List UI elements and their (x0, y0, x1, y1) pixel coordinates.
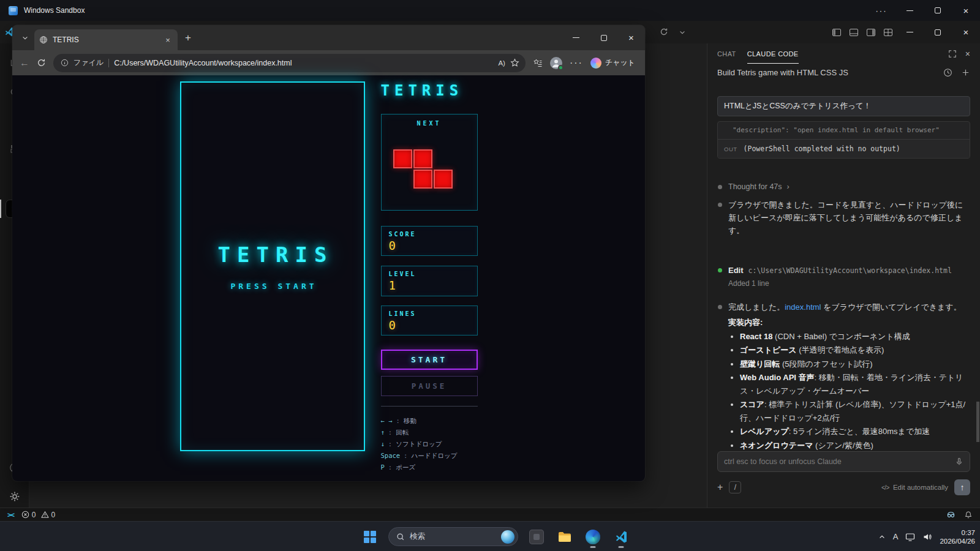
toggle-sidebar-left-icon[interactable] (832, 28, 842, 37)
history-icon[interactable] (943, 68, 952, 77)
refresh-button[interactable] (37, 58, 46, 67)
read-aloud-icon[interactable]: A) (498, 59, 505, 67)
next-piece-preview (393, 149, 453, 189)
tool-result-block: "description": "open index.html in defau… (717, 121, 970, 159)
taskbar-search[interactable]: 検索 (388, 527, 518, 546)
vscode-maximize-button[interactable] (924, 21, 952, 43)
customize-layout-icon[interactable] (883, 28, 893, 37)
slash-command-icon[interactable]: / (729, 481, 741, 493)
session-row: Build Tetris game with HTML CSS JS (707, 64, 980, 80)
tab-chat[interactable]: CHAT (717, 43, 736, 64)
impl-list: React 18 (CDN + Babel) でコンポーネント構成 ゴーストピー… (728, 330, 970, 452)
new-tab-icon[interactable]: + (185, 32, 191, 44)
attach-plus-icon[interactable]: + (717, 482, 723, 493)
game-side-panel: TETRIS NEXT SCORE 0 LEVEL 1 (381, 81, 478, 473)
folder-icon (557, 530, 572, 544)
edit-mode-label: Edit automatically (893, 484, 948, 491)
browser-more-options-icon[interactable]: ··· (570, 58, 583, 69)
assistant-message-text: ブラウザで開きました。コードを見直すと、ハードドロップ後に新しいピースが即座に落… (728, 200, 963, 235)
vscode-window-controls: × (895, 21, 980, 43)
copilot-chat-button[interactable]: チャット (590, 58, 635, 69)
lines-box: LINES 0 (381, 305, 478, 335)
sync-refresh-icon[interactable] (660, 28, 668, 36)
browser-tab[interactable]: TETRIS × (34, 29, 178, 50)
windows-logo-icon (364, 531, 376, 543)
send-button[interactable]: ↑ (954, 479, 970, 495)
sandbox-minimize-button[interactable] (895, 0, 924, 21)
session-title: Build Tetris game with HTML CSS JS (717, 68, 848, 77)
ime-indicator[interactable]: A (893, 532, 899, 541)
edge-close-button[interactable]: × (617, 25, 645, 50)
settings-gear-icon[interactable] (9, 491, 20, 502)
close-panel-icon[interactable]: × (965, 49, 970, 59)
claude-code-panel: CHAT CLAUDE CODE × Build Tetris game wit… (707, 43, 980, 508)
board-title: TETRIS (211, 242, 334, 267)
problems-indicator[interactable]: 0 0 (21, 511, 55, 519)
claude-actions-row: + / </> Edit automatically ↑ (717, 479, 970, 495)
taskbar-app-button[interactable] (524, 525, 549, 549)
claude-input[interactable] (724, 457, 950, 466)
edge-maximize-button[interactable] (590, 25, 617, 50)
panel-tabs: CHAT CLAUDE CODE × (707, 43, 980, 64)
info-icon[interactable] (61, 59, 69, 67)
vscode-minimize-button[interactable] (895, 21, 924, 43)
vscode-taskbar-button[interactable] (609, 525, 633, 549)
minimize-icon (907, 32, 913, 32)
index-html-link[interactable]: index.html (785, 302, 821, 312)
control-row: ↑:回転 (381, 427, 478, 438)
assistant-message: 完成しました。index.html をブラウザで開いてプレイできます。 実装内容… (717, 301, 970, 452)
panel-header-icons: × (948, 43, 970, 64)
tray-clock[interactable]: 0:37 2026/04/26 (940, 528, 975, 545)
tab-close-icon[interactable]: × (163, 36, 173, 45)
search-icon (396, 533, 405, 541)
network-icon[interactable] (905, 532, 915, 542)
start-button[interactable] (358, 525, 382, 549)
edge-taskbar-button[interactable] (581, 525, 605, 549)
sandbox-close-button[interactable]: × (952, 0, 980, 21)
session-icons (943, 68, 970, 77)
thought-row[interactable]: Thought for 47s› (717, 181, 970, 193)
controls-legend: ← →:移動 ↑:回転 ↓:ソフトドロップ Space:ハードドロップ P:ポー… (381, 415, 478, 473)
chevron-down-icon[interactable] (679, 29, 686, 36)
edit-diff-summary: Added 1 line (728, 279, 970, 288)
maximize-icon (935, 29, 941, 36)
address-divider (108, 59, 109, 67)
claude-input-container (717, 451, 970, 472)
back-button[interactable]: ← (20, 58, 29, 69)
tray-chevron-up-icon[interactable] (878, 533, 886, 541)
search-highlight-icon[interactable] (501, 530, 514, 544)
running-indicator (619, 546, 624, 548)
profile-avatar[interactable] (550, 57, 562, 69)
copilot-status-icon[interactable] (946, 511, 956, 519)
sandbox-maximize-button[interactable] (924, 0, 952, 21)
next-label: NEXT (382, 120, 477, 127)
volume-icon[interactable] (922, 532, 932, 542)
edited-file-path[interactable]: c:\Users\WDAGUtilityAccount\workspace\in… (748, 266, 952, 275)
sandbox-more-options-icon[interactable]: ··· (867, 0, 895, 21)
controls-divider (381, 406, 478, 407)
bullet-dot (718, 185, 722, 189)
vscode-close-button[interactable]: × (952, 21, 980, 43)
panel-scrollbar-thumb[interactable] (976, 402, 979, 442)
tab-search-chevron-icon[interactable] (18, 31, 32, 45)
favorites-hub-icon[interactable] (533, 58, 543, 68)
expand-panel-icon[interactable] (948, 50, 957, 58)
copilot-logo-icon (590, 58, 601, 69)
favorite-star-icon[interactable] (510, 58, 519, 67)
file-explorer-button[interactable] (552, 525, 577, 549)
address-bar[interactable]: ファイル C:/Users/WDAGUtilityAccount/workspa… (53, 54, 526, 72)
impl-item: レベルアップ: 5ライン消去ごと、最速80msまで加速 (740, 425, 970, 438)
board-subtitle: PRESS START (227, 282, 317, 291)
new-chat-icon[interactable] (961, 68, 970, 77)
toggle-sidebar-right-icon[interactable] (866, 28, 876, 37)
start-button[interactable]: START (381, 350, 478, 370)
bell-icon[interactable] (964, 511, 973, 519)
edit-mode-toggle[interactable]: </> Edit automatically (881, 484, 948, 491)
edge-window-controls: × (562, 25, 645, 50)
pause-button[interactable]: PAUSE (381, 376, 478, 396)
remote-indicator-icon[interactable]: >< (7, 511, 14, 519)
edge-minimize-button[interactable] (562, 25, 590, 50)
tab-claude-code[interactable]: CLAUDE CODE (747, 43, 799, 64)
toggle-panel-icon[interactable] (849, 28, 859, 37)
mic-icon[interactable] (955, 457, 963, 466)
